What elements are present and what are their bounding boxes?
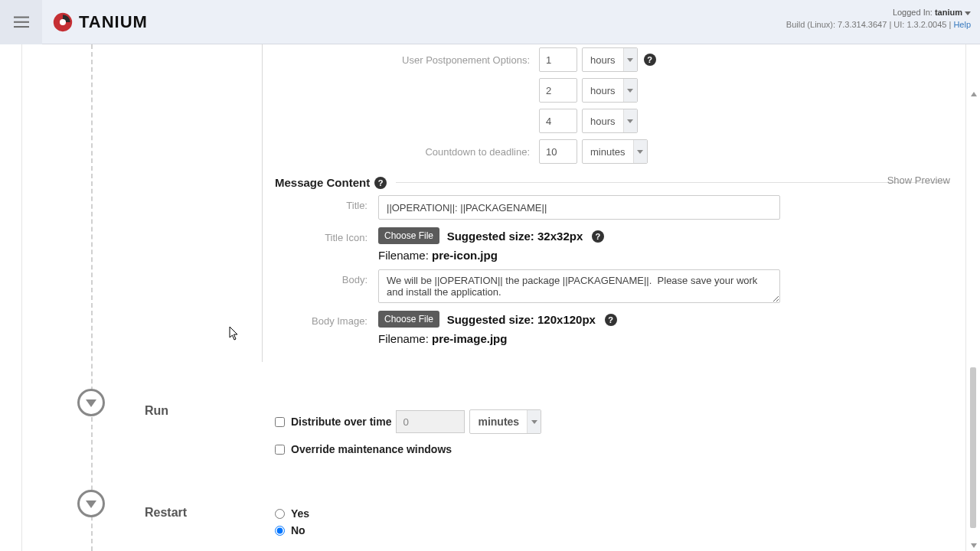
header-right: Logged In: tanium Build (Linux): 7.3.314… xyxy=(786,8,971,29)
countdown-value[interactable] xyxy=(539,139,577,164)
help-icon[interactable]: ? xyxy=(374,177,387,189)
filename-label: Filename: xyxy=(378,332,432,345)
body-textarea[interactable] xyxy=(378,269,780,303)
hamburger-icon xyxy=(14,16,29,28)
distribute-value[interactable] xyxy=(396,410,465,433)
help-link[interactable]: Help xyxy=(953,20,971,29)
restart-no-radio[interactable] xyxy=(275,526,285,536)
chevron-down-icon xyxy=(633,140,647,163)
help-icon[interactable]: ? xyxy=(592,230,604,243)
help-icon[interactable]: ? xyxy=(644,54,656,66)
postponement-unit-3[interactable]: hours xyxy=(582,109,638,133)
title-input[interactable] xyxy=(378,195,780,220)
postponement-value-1[interactable] xyxy=(539,47,577,72)
user-menu[interactable]: tanium xyxy=(935,8,971,17)
restart-yes-radio[interactable] xyxy=(275,509,285,519)
title-icon-label: Title Icon: xyxy=(275,227,378,243)
section-divider xyxy=(262,44,263,362)
choose-file-button[interactable]: Choose File xyxy=(378,311,439,328)
postponement-value-3[interactable] xyxy=(539,109,577,133)
body-image-label: Body Image: xyxy=(275,311,378,327)
body-image-filename: pre-image.jpg xyxy=(432,332,507,345)
countdown-label: Countdown to deadline: xyxy=(275,146,539,158)
scroll-down-icon[interactable] xyxy=(971,543,977,548)
override-label: Override maintenance windows xyxy=(291,443,452,455)
menu-toggle[interactable] xyxy=(0,0,42,44)
timeline-line xyxy=(91,44,93,551)
title-icon-hint: Suggested size: 32x32px xyxy=(447,230,583,243)
run-step-title: Run xyxy=(145,404,168,418)
help-icon[interactable]: ? xyxy=(605,314,617,326)
top-bar: TANIUM Logged In: tanium Build (Linux): … xyxy=(0,0,980,44)
distribute-unit[interactable]: minutes xyxy=(469,409,541,434)
distribute-label: Distribute over time xyxy=(291,416,391,428)
chevron-down-icon xyxy=(527,410,541,433)
postponement-unit-2[interactable]: hours xyxy=(582,78,638,103)
svg-rect-1 xyxy=(14,21,29,22)
restart-step-icon xyxy=(77,490,105,517)
restart-step-title: Restart xyxy=(145,506,187,520)
content-panel: User Postponement Options: hours ? hours xyxy=(21,44,966,551)
postponement-unit-1[interactable]: hours xyxy=(582,47,638,72)
countdown-unit[interactable]: minutes xyxy=(582,139,648,164)
choose-file-button[interactable]: Choose File xyxy=(378,227,439,244)
postponement-label: User Postponement Options: xyxy=(275,54,539,66)
scroll-up-icon[interactable] xyxy=(971,92,977,96)
brand-logo[interactable]: TANIUM xyxy=(53,12,148,32)
title-icon-filename: pre-icon.jpg xyxy=(432,249,498,262)
body-image-hint: Suggested size: 120x120px xyxy=(447,313,596,326)
chevron-down-icon xyxy=(623,48,637,71)
restart-no-label: No xyxy=(291,524,305,536)
svg-point-4 xyxy=(60,18,66,24)
restart-yes-label: Yes xyxy=(291,507,309,520)
show-preview-link[interactable]: Show Preview xyxy=(887,174,950,186)
build-info: Build (Linux): 7.3.314.3647 | UI: 1.3.2.… xyxy=(786,20,954,29)
filename-label: Filename: xyxy=(378,249,432,262)
postponement-value-2[interactable] xyxy=(539,78,577,103)
scrollbar[interactable] xyxy=(970,92,978,548)
body-label: Body: xyxy=(275,269,378,285)
chevron-down-icon xyxy=(623,109,637,132)
run-step-icon xyxy=(77,389,105,416)
logged-in-label: Logged In: xyxy=(893,8,933,17)
svg-rect-2 xyxy=(14,26,29,28)
override-checkbox[interactable] xyxy=(275,445,285,455)
chevron-down-icon xyxy=(623,79,637,102)
restart-options: Yes No xyxy=(275,507,309,541)
title-label: Title: xyxy=(275,195,378,211)
chevron-down-icon xyxy=(965,11,971,15)
distribute-checkbox[interactable] xyxy=(275,417,285,427)
scroll-thumb[interactable] xyxy=(970,367,976,528)
brand-mark-icon xyxy=(53,12,73,32)
svg-rect-0 xyxy=(14,16,29,18)
run-options: Distribute over time minutes Override ma… xyxy=(275,409,541,465)
message-content-title: Message Content xyxy=(275,176,370,189)
brand-name: TANIUM xyxy=(79,12,148,32)
